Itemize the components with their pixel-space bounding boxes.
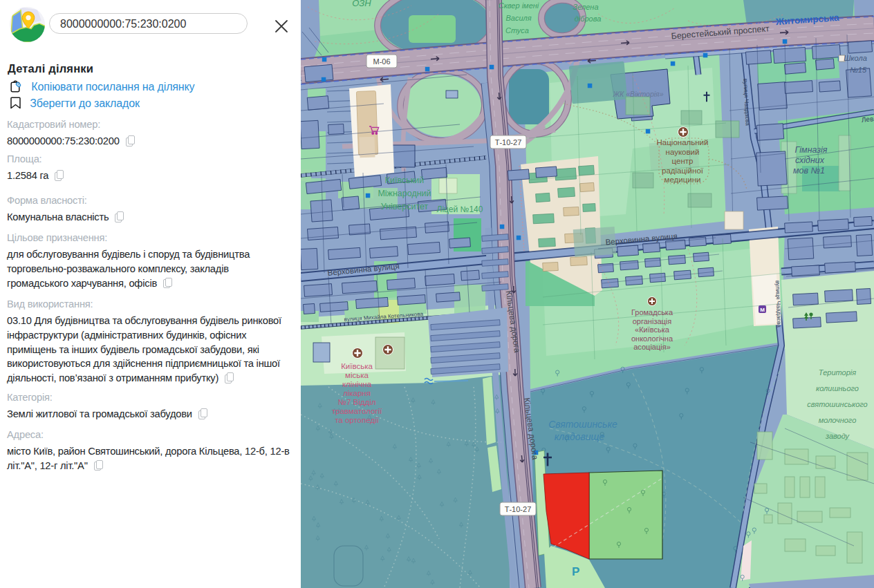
svg-text:клінічна: клінічна <box>342 380 372 388</box>
svg-text:Школа: Школа <box>844 54 867 62</box>
svg-text:онкологічна: онкологічна <box>631 334 673 343</box>
svg-text:та ортопедії: та ортопедії <box>335 416 379 424</box>
svg-text:заводу: заводу <box>825 432 850 440</box>
svg-text:Національний: Національний <box>657 138 709 146</box>
svg-text:Т-10-27: Т-10-27 <box>505 505 532 513</box>
svg-text:Сквер імені: Сквер імені <box>499 1 539 10</box>
svg-text:Т-10-27: Т-10-27 <box>495 138 522 146</box>
svg-text:Київський: Київський <box>385 176 424 185</box>
svg-text:ЖК «Вікторія»: ЖК «Вікторія» <box>612 90 663 98</box>
svg-text:лікарня: лікарня <box>343 389 371 397</box>
svg-text:колишнього: колишнього <box>816 384 859 392</box>
svg-text:радіаційної: радіаційної <box>662 167 704 175</box>
svg-text:Василя: Василя <box>505 14 531 22</box>
svg-text:науковий: науковий <box>666 148 700 156</box>
svg-text:Громадська: Громадська <box>631 308 673 316</box>
svg-text:молочного: молочного <box>819 416 857 424</box>
svg-text:Міжнародний: Міжнародний <box>378 189 431 198</box>
svg-text:східних: східних <box>795 155 825 165</box>
svg-text:діброва: діброва <box>575 15 602 23</box>
svg-text:організація: організація <box>633 317 672 325</box>
svg-text:травматології: травматології <box>332 407 382 415</box>
svg-text:ОЗН: ОЗН <box>352 0 371 8</box>
svg-text:Гімназія: Гімназія <box>795 145 828 155</box>
svg-text:Територія: Територія <box>819 368 856 377</box>
svg-text:асоціація»: асоціація» <box>633 343 671 351</box>
svg-text:міська: міська <box>345 371 369 379</box>
svg-text:№7 Відділ: №7 Відділ <box>338 398 376 406</box>
svg-text:Університет: Університет <box>381 202 429 211</box>
svg-text:М: М <box>760 307 765 313</box>
svg-text:святошинського: святошинського <box>807 400 867 408</box>
svg-text:медицини: медицини <box>664 176 701 184</box>
svg-text:Лев: Лев <box>861 115 873 124</box>
svg-text:Святошинське: Святошинське <box>548 419 617 430</box>
svg-text:центр: центр <box>672 157 694 165</box>
svg-text:Київська: Київська <box>341 362 373 370</box>
svg-text:P: P <box>572 565 579 578</box>
svg-text:Ліцей №140: Ліцей №140 <box>437 205 483 214</box>
svg-text:«Київська: «Київська <box>635 325 670 334</box>
svg-text:№15: №15 <box>850 66 867 74</box>
svg-text:Стуса: Стуса <box>505 26 529 35</box>
svg-text:мов №1: мов №1 <box>793 166 825 176</box>
svg-text:М-06: М-06 <box>373 57 390 66</box>
svg-text:Зелена: Зелена <box>573 3 599 11</box>
svg-text:кладовище: кладовище <box>555 431 605 442</box>
